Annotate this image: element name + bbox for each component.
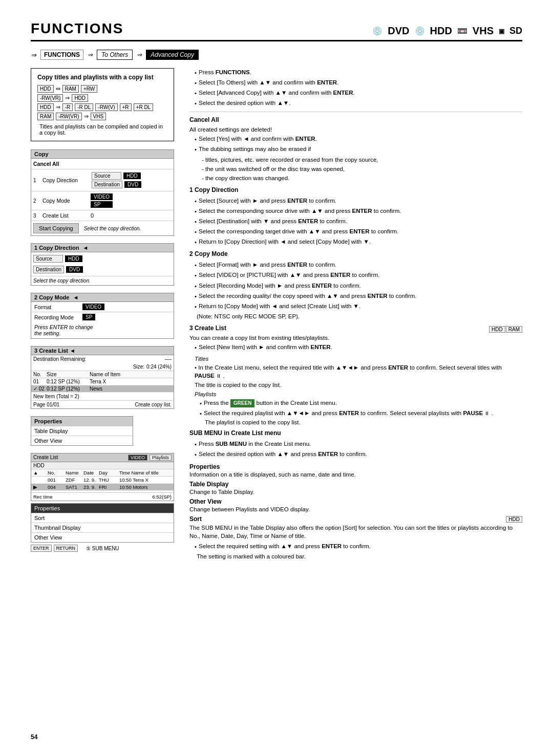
cl-col-size: Size [47, 372, 88, 377]
ram-tag: RAM [506, 326, 522, 333]
bc-to-others[interactable]: To Others [97, 50, 133, 60]
main-layout: Copy titles and playlists with a copy li… [31, 68, 522, 565]
r2-arrow: ▶ [33, 484, 48, 490]
flow-r: -R [62, 103, 73, 111]
cl-table-col-headers: ▲ No. Name Date Day Time Name of title [31, 469, 174, 477]
sub-menu-item-properties[interactable]: Properties [31, 504, 174, 513]
create-list-row[interactable]: 3 Create List 0 [31, 210, 174, 221]
cm-bullet-4: • Select the recording quality/ the copy… [195, 292, 522, 300]
cl-header-label: 3 Create List [34, 348, 68, 354]
sub-menu-item-sort[interactable]: Sort [31, 513, 174, 523]
cm-dot-4: • [195, 292, 197, 300]
sort-sub-desc: The SUB MENU in the Table Display also o… [189, 524, 522, 540]
start-copy-inner: Start Copying Select the copy direction. [31, 222, 174, 234]
right-column: • Press FUNCTIONS. • Select [To Others] … [189, 68, 522, 565]
sm-bullet-2: • Select the desired option with ▲▼ and … [195, 450, 522, 459]
copy-direction-panel-header: 1 Copy Direction ◄ [31, 244, 174, 252]
sm-text-1: Press SUB MENU in the Create List menu. [199, 440, 311, 448]
cl-col-headers: No. Size Name of Item [31, 371, 174, 378]
ca-dot-1: • [195, 135, 197, 143]
sub-menu-panel: Properties Sort Thumbnail Display Other … [31, 503, 174, 543]
dvd-disc-icon: 💿 [372, 26, 382, 36]
start-copying-button[interactable]: Start Copying [33, 223, 79, 233]
r2-name: SAT1 [66, 484, 83, 490]
cl-item-1-name: Terra X [90, 379, 106, 384]
copy-dir-arrow: ◄ [82, 245, 88, 251]
cd-text-2: Select the corresponding source drive wi… [199, 207, 401, 215]
sort-sub-title: Sort [189, 515, 202, 523]
col-name: Name [66, 470, 83, 476]
cl-section-title: 3 Create List [189, 325, 226, 332]
intro-bullets: • Press FUNCTIONS. • Select [To Others] … [195, 68, 522, 107]
props-row-1[interactable]: Table Display [31, 426, 133, 436]
cl-table-header: Create List VIDEO Playlists [31, 453, 174, 462]
r1-name: ZDF [66, 477, 83, 483]
props-row-2[interactable]: Other View [31, 436, 133, 445]
cl-footer: Page 01/01 Create copy list. [31, 401, 174, 408]
mode-format-label: Format [34, 304, 80, 310]
start-copy-row[interactable]: Start Copying Select the copy direction. [31, 221, 174, 235]
flow-rwvr: -RW(VR) [37, 94, 63, 102]
cd-dot-5: • [195, 238, 197, 246]
cancel-all-row[interactable]: Cancel All [31, 159, 174, 169]
cl-table-sub: HDD [31, 462, 174, 469]
titles-sub-title: Titles [195, 356, 522, 362]
other-view-sub-desc: Change between Playlists and VIDEO displ… [189, 506, 522, 512]
pl-bullet-2: • Select the required playlist with ▲▼◄►… [200, 409, 522, 418]
sm-dot-2: • [195, 450, 197, 459]
vhs-label: VHS [473, 25, 494, 37]
r1-day: THU [99, 477, 119, 483]
sort-bullet-1: • Select the required setting with ▲▼ an… [195, 542, 522, 551]
copy-dir-row[interactable]: 1 Copy Direction Source HDD Destination … [31, 169, 174, 191]
sub-menu-btn-label[interactable]: ⑤ SUB MENU [86, 546, 119, 551]
page-title: FUNCTIONS [31, 20, 123, 37]
copy-mode-row[interactable]: 2 Copy Mode VIDEO SP [31, 191, 174, 210]
info-box-desc: Titles and playlists can be compiled and… [39, 123, 167, 136]
r1-arrow [33, 477, 48, 483]
copy-dir-panel-label: 1 Copy Direction [34, 245, 79, 251]
copy-flow: HDD ⇔ RAM +RW -RW(VR) ⇒ HDD HDD ⇒ -R -R … [37, 85, 167, 120]
hdd-ram-tags: HDD RAM [489, 326, 522, 333]
ca-bullet-1: • Select [Yes] with ◄ and confirm with E… [195, 135, 522, 143]
sort-hdd-tag: HDD [506, 516, 522, 523]
create-list-val: 0 [91, 212, 94, 219]
sort-sub: Sort HDD The SUB MENU in the Table Displ… [189, 515, 522, 560]
properties-sub: Properties Information on a title is dis… [189, 463, 522, 478]
bc-advanced-copy[interactable]: Advanced Copy [146, 50, 199, 60]
enter-return-ctrl: ENTER RETURN [31, 545, 78, 552]
sort-bullets: • Select the required setting with ▲▼ an… [195, 542, 522, 560]
pl-text-3: The playlist is copied to the copy list. [205, 419, 522, 425]
create-list-panel: 3 Create List ◄ Destination Remaining: -… [31, 346, 174, 409]
copy-mode-video: VIDEO [91, 193, 113, 200]
page-header: FUNCTIONS 💿 DVD 💿 HDD 📼 VHS ▣ SD [31, 20, 522, 41]
table-display-sub-desc: Change to Table Display. [189, 489, 522, 495]
cd-bullet-1: • Select [Source] with ► and press ENTER… [195, 197, 522, 205]
cl-item-2-size: 0:12 SP (12%) [47, 386, 88, 392]
cm-bullet-1: • Select [Format] with ► and press ENTER… [195, 261, 522, 269]
bc-functions-label: FUNCTIONS [40, 50, 83, 60]
cl-size-label: Size: [133, 364, 144, 370]
cd-dot-2: • [195, 207, 197, 215]
ca-text-2: The dubbing settings may also be erased … [199, 145, 311, 154]
cl-size-row: Size: 0:24 (24%) [31, 363, 174, 371]
copy-dir-num: 1 [33, 178, 40, 183]
flow-prdl: +R DL [134, 103, 154, 111]
r2-no: 004 [48, 484, 66, 490]
col-arrow: ▲ [33, 470, 48, 476]
cm-dot-5: • [195, 303, 197, 311]
cd-bullet-3: • Select [Destination] with ▼ and press … [195, 217, 522, 226]
r2-date: 23. 9. [83, 484, 99, 490]
props-row-0[interactable]: Properties [31, 417, 133, 426]
flow-arrow-3: ⇒ [56, 104, 60, 111]
cm-text-5: Return to [Copy Mode] with ◄ and select … [199, 302, 360, 311]
sub-menu-item-other[interactable]: Other View [31, 533, 174, 542]
sub-menu-item-thumbnail[interactable]: Thumbnail Display [31, 523, 174, 533]
cl-table-tags: VIDEO Playlists [128, 455, 172, 461]
copy-mode-arrow: ◄ [73, 294, 79, 300]
bullet-dot-2: • [195, 79, 197, 87]
bc-functions: ⇒ [31, 51, 36, 59]
create-list-section: 3 Create List HDD RAM You can create a c… [189, 325, 522, 425]
titles-subsection: Titles • In the Create List menu, select… [195, 356, 522, 388]
cl-item-1: 01 0:12 SP (12%) Terra X [31, 378, 174, 385]
vhs-icon: 📼 [457, 26, 467, 36]
